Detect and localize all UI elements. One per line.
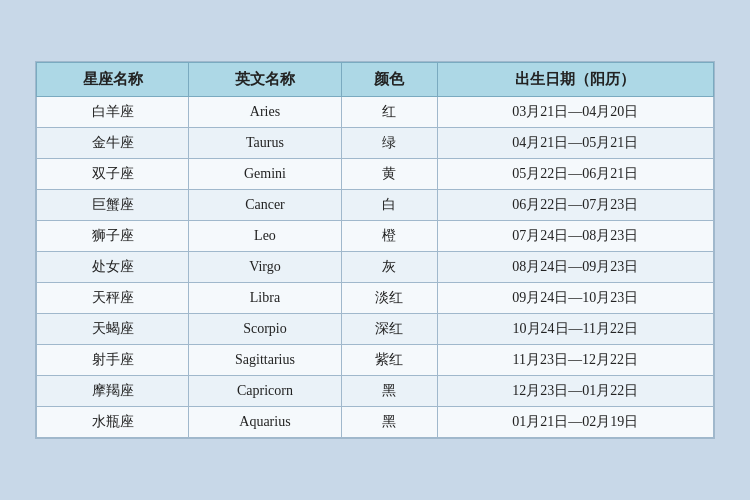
zodiac-table-container: 星座名称 英文名称 颜色 出生日期（阳历） 白羊座Aries红03月21日—04… <box>35 61 715 439</box>
table-row: 天秤座Libra淡红09月24日—10月23日 <box>37 283 714 314</box>
header-dates: 出生日期（阳历） <box>437 63 713 97</box>
table-row: 处女座Virgo灰08月24日—09月23日 <box>37 252 714 283</box>
cell-english-name: Capricorn <box>189 376 341 407</box>
cell-chinese-name: 白羊座 <box>37 97 189 128</box>
cell-english-name: Taurus <box>189 128 341 159</box>
cell-dates: 04月21日—05月21日 <box>437 128 713 159</box>
cell-color: 红 <box>341 97 437 128</box>
cell-chinese-name: 巨蟹座 <box>37 190 189 221</box>
cell-chinese-name: 天蝎座 <box>37 314 189 345</box>
table-row: 射手座Sagittarius紫红11月23日—12月22日 <box>37 345 714 376</box>
cell-chinese-name: 处女座 <box>37 252 189 283</box>
table-header-row: 星座名称 英文名称 颜色 出生日期（阳历） <box>37 63 714 97</box>
cell-english-name: Virgo <box>189 252 341 283</box>
table-row: 金牛座Taurus绿04月21日—05月21日 <box>37 128 714 159</box>
cell-english-name: Aquarius <box>189 407 341 438</box>
cell-english-name: Scorpio <box>189 314 341 345</box>
cell-chinese-name: 双子座 <box>37 159 189 190</box>
cell-dates: 12月23日—01月22日 <box>437 376 713 407</box>
header-english-name: 英文名称 <box>189 63 341 97</box>
cell-chinese-name: 摩羯座 <box>37 376 189 407</box>
cell-chinese-name: 水瓶座 <box>37 407 189 438</box>
cell-color: 绿 <box>341 128 437 159</box>
cell-color: 紫红 <box>341 345 437 376</box>
table-row: 巨蟹座Cancer白06月22日—07月23日 <box>37 190 714 221</box>
cell-english-name: Libra <box>189 283 341 314</box>
zodiac-table: 星座名称 英文名称 颜色 出生日期（阳历） 白羊座Aries红03月21日—04… <box>36 62 714 438</box>
cell-english-name: Sagittarius <box>189 345 341 376</box>
cell-color: 淡红 <box>341 283 437 314</box>
cell-chinese-name: 射手座 <box>37 345 189 376</box>
cell-color: 黑 <box>341 407 437 438</box>
cell-dates: 05月22日—06月21日 <box>437 159 713 190</box>
cell-color: 白 <box>341 190 437 221</box>
cell-english-name: Gemini <box>189 159 341 190</box>
cell-chinese-name: 金牛座 <box>37 128 189 159</box>
table-row: 天蝎座Scorpio深红10月24日—11月22日 <box>37 314 714 345</box>
table-body: 白羊座Aries红03月21日—04月20日金牛座Taurus绿04月21日—0… <box>37 97 714 438</box>
cell-dates: 07月24日—08月23日 <box>437 221 713 252</box>
cell-chinese-name: 天秤座 <box>37 283 189 314</box>
cell-english-name: Leo <box>189 221 341 252</box>
cell-dates: 03月21日—04月20日 <box>437 97 713 128</box>
cell-english-name: Cancer <box>189 190 341 221</box>
cell-color: 橙 <box>341 221 437 252</box>
cell-color: 深红 <box>341 314 437 345</box>
table-row: 双子座Gemini黄05月22日—06月21日 <box>37 159 714 190</box>
cell-english-name: Aries <box>189 97 341 128</box>
table-row: 水瓶座Aquarius黑01月21日—02月19日 <box>37 407 714 438</box>
header-chinese-name: 星座名称 <box>37 63 189 97</box>
table-row: 白羊座Aries红03月21日—04月20日 <box>37 97 714 128</box>
cell-dates: 06月22日—07月23日 <box>437 190 713 221</box>
cell-dates: 11月23日—12月22日 <box>437 345 713 376</box>
cell-dates: 08月24日—09月23日 <box>437 252 713 283</box>
table-row: 摩羯座Capricorn黑12月23日—01月22日 <box>37 376 714 407</box>
cell-dates: 09月24日—10月23日 <box>437 283 713 314</box>
cell-dates: 01月21日—02月19日 <box>437 407 713 438</box>
cell-color: 黑 <box>341 376 437 407</box>
cell-chinese-name: 狮子座 <box>37 221 189 252</box>
cell-color: 黄 <box>341 159 437 190</box>
table-row: 狮子座Leo橙07月24日—08月23日 <box>37 221 714 252</box>
cell-color: 灰 <box>341 252 437 283</box>
cell-dates: 10月24日—11月22日 <box>437 314 713 345</box>
header-color: 颜色 <box>341 63 437 97</box>
